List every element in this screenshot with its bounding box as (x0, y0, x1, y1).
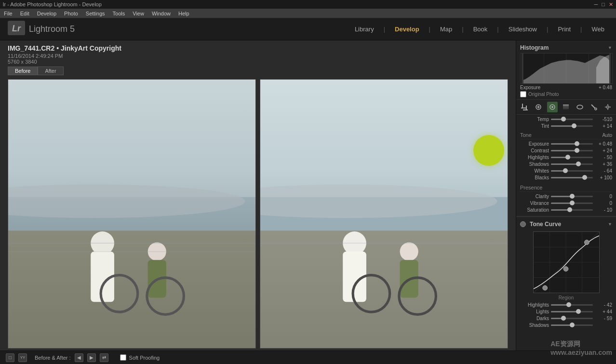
contrast-val: + 24 (595, 148, 612, 153)
tc-shadows-track[interactable] (551, 324, 593, 326)
before-tab[interactable]: Before (8, 67, 38, 75)
soft-proofing-label: Soft Proofing (129, 355, 160, 361)
histogram-svg (521, 54, 612, 83)
menu-settings[interactable]: Settings (86, 11, 105, 16)
nav-develop[interactable]: Develop (391, 24, 423, 35)
original-photo-checkbox[interactable] (520, 91, 526, 97)
crop-tool[interactable] (519, 102, 530, 112)
tone-curve-header[interactable]: Tone Curve ▼ (520, 219, 612, 229)
title-text: lr - Adobe Photoshop Lightroom - Develop (3, 1, 102, 7)
adjustment-brush-tool[interactable] (589, 102, 599, 112)
nav-map[interactable]: Map (436, 24, 456, 35)
after-photo-panel (260, 79, 508, 349)
whites-row: Whites - 64 (520, 168, 612, 174)
nav-book[interactable]: Book (469, 24, 492, 35)
exposure-track[interactable] (551, 143, 593, 145)
left-panel: IMG_7441.CR2 • JinkyArt Copyright 11/16/… (0, 40, 516, 351)
settings-tool[interactable] (603, 102, 613, 112)
svg-rect-4 (8, 230, 255, 348)
shadows-val: + 36 (595, 162, 612, 167)
histogram-title: Histogram (520, 44, 549, 51)
before-after-label: Before & After : (35, 355, 71, 361)
spot-removal-tool[interactable] (533, 102, 544, 112)
tc-highlights-track[interactable] (551, 304, 593, 306)
saturation-label: Saturation (520, 207, 549, 213)
after-tab[interactable]: After (38, 67, 63, 75)
nav-slideshow[interactable]: Slideshow (505, 24, 541, 35)
graduated-filter-tool[interactable] (561, 102, 571, 112)
temp-row: Temp -510 (520, 117, 612, 122)
nav-sep5: | (543, 24, 552, 35)
clarity-val: 0 (595, 194, 612, 199)
swap-btn[interactable]: ⇄ (100, 353, 108, 362)
tint-track[interactable] (551, 125, 593, 127)
auto-btn[interactable]: Auto (602, 133, 612, 138)
menu-photo[interactable]: Photo (64, 11, 78, 16)
menu-tools[interactable]: Tools (113, 11, 125, 16)
menu-help[interactable]: Help (178, 11, 189, 16)
histogram-canvas (520, 53, 613, 84)
radial-filter-tool[interactable] (575, 102, 585, 112)
header: Lr Lightroom 5 Library | Develop | Map |… (0, 18, 616, 40)
blacks-label: Blacks (520, 175, 549, 180)
shadows-track[interactable] (551, 163, 593, 165)
svg-rect-29 (522, 54, 523, 83)
contrast-track[interactable] (551, 150, 593, 151)
svg-point-56 (563, 267, 568, 271)
tint-value: + 14 (595, 123, 612, 129)
nav-web[interactable]: Web (588, 24, 609, 35)
menu-window[interactable]: Window (152, 11, 171, 16)
title-bar: lr - Adobe Photoshop Lightroom - Develop… (0, 0, 616, 9)
before-photo (8, 80, 255, 348)
highlights-track[interactable] (551, 157, 593, 158)
tc-darks-row: Darks - 59 (520, 316, 612, 321)
whites-track[interactable] (551, 170, 593, 172)
blacks-track[interactable] (551, 177, 593, 178)
menu-develop[interactable]: Develop (37, 11, 56, 16)
svg-line-44 (591, 105, 595, 108)
logo: Lr Lightroom 5 (8, 21, 75, 38)
tc-lights-row: Lights + 44 (520, 309, 612, 314)
menu-edit[interactable]: Edit (20, 11, 29, 16)
photo-meta: 11/16/2014 2:49:24 PM 5760 x 3840 (8, 53, 508, 65)
menu-view[interactable]: View (133, 11, 144, 16)
red-eye-tool[interactable] (547, 102, 558, 112)
view-mode-btn[interactable]: □ (6, 353, 14, 362)
photo-info: IMG_7441.CR2 • JinkyArt Copyright 11/16/… (0, 40, 516, 67)
tc-lights-track[interactable] (551, 311, 593, 312)
tone-section-header: Tone Auto (520, 130, 612, 139)
temp-track[interactable] (551, 119, 593, 120)
vibrance-track[interactable] (551, 202, 593, 204)
close-btn[interactable]: ✕ (609, 1, 613, 8)
tc-darks-track[interactable] (551, 318, 593, 319)
region-header: Region (520, 295, 612, 300)
exposure-label-basic: Exposure (520, 141, 549, 147)
photos-container (0, 77, 516, 351)
tone-curve-title: Tone Curve (530, 221, 561, 228)
tint-label: Tint (520, 123, 549, 129)
compare-mode-btn[interactable]: YY (18, 353, 27, 362)
histogram-header[interactable]: Histogram ▼ (520, 42, 612, 53)
contrast-row: Contrast + 24 (520, 148, 612, 153)
nav-sep4: | (493, 24, 502, 35)
photo-dimensions: 5760 x 3840 (8, 59, 37, 65)
nav-library[interactable]: Library (351, 24, 378, 35)
saturation-track[interactable] (551, 209, 593, 211)
menu-file[interactable]: File (4, 11, 13, 16)
svg-point-46 (606, 106, 609, 108)
soft-proofing-checkbox[interactable] (120, 354, 126, 361)
photo-title: IMG_7441.CR2 • JinkyArt Copyright (8, 44, 508, 52)
exposure-label: Exposure (520, 85, 540, 90)
nav-print[interactable]: Print (554, 24, 575, 35)
prev-btn[interactable]: ◀ (75, 353, 83, 362)
tone-curve-section: Tone Curve ▼ (516, 216, 616, 331)
svg-point-39 (551, 106, 553, 108)
presence-header: Presence (520, 182, 612, 192)
blacks-row: Blacks + 100 (520, 175, 612, 180)
main: IMG_7441.CR2 • JinkyArt Copyright 11/16/… (0, 40, 616, 351)
maximize-btn[interactable]: □ (602, 1, 605, 8)
minimize-btn[interactable]: ─ (594, 1, 598, 8)
clarity-track[interactable] (551, 196, 593, 197)
histogram-section: Histogram ▼ (516, 40, 616, 100)
next-btn[interactable]: ▶ (87, 353, 96, 362)
